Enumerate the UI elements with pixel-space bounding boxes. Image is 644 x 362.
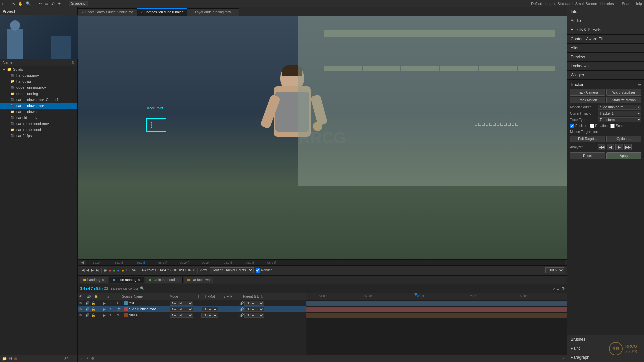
comp-close[interactable]: ✕ bbox=[140, 11, 143, 14]
layer-lock-1[interactable]: 🔒 bbox=[91, 301, 97, 305]
tab-effect-controls[interactable]: ✕ Effect Controls dude running.mo bbox=[78, 8, 137, 16]
layer-row-2[interactable]: 👁 🔊 🔒 ▶ 2 🎬 dude running.mov Normal bbox=[78, 306, 306, 312]
analyze-prev-button[interactable]: ◀ bbox=[607, 144, 614, 150]
ws-tab-learn[interactable]: Learn bbox=[545, 2, 555, 6]
rotation-checkbox[interactable] bbox=[590, 124, 594, 128]
list-item[interactable]: 🎬 dude running.mov bbox=[0, 84, 77, 90]
motion-source-dropdown-icon[interactable]: ▾ bbox=[638, 105, 640, 109]
layer-row-1[interactable]: 👁 🔊 🔒 ▶ 1 T text Normal bbox=[78, 300, 306, 306]
home-icon[interactable]: ⌂ bbox=[2, 1, 4, 6]
hand-tool-icon[interactable]: ✋ bbox=[18, 1, 23, 6]
layer-row-3[interactable]: 👁 🔊 🔒 ▶ 3 N Null 4 Normal bbox=[78, 312, 306, 318]
select-tool-icon[interactable]: ↖ bbox=[12, 1, 15, 6]
pen-tool-icon[interactable]: ✒ bbox=[39, 1, 42, 6]
effects-presets-section-header[interactable]: Effects & Presets bbox=[567, 25, 644, 35]
edit-target-button[interactable]: Edit Target... bbox=[570, 136, 605, 142]
options-button[interactable]: Options... bbox=[606, 136, 642, 142]
wiggler-section-header[interactable]: Wiggler bbox=[567, 71, 644, 80]
search-timeline-icon[interactable]: 🔍 bbox=[140, 286, 145, 291]
layer-trk-select-3[interactable]: None bbox=[201, 313, 218, 318]
new-folder-icon[interactable]: 📁 bbox=[2, 356, 7, 361]
search-help-input[interactable]: Search Help bbox=[622, 2, 642, 6]
sort-icon[interactable]: ⇅ bbox=[72, 60, 75, 65]
comp-tab-car-topdown[interactable]: car topdown bbox=[184, 277, 213, 283]
color-a-icon[interactable]: ■ bbox=[109, 268, 111, 273]
list-item[interactable]: 📁 dude running bbox=[0, 90, 77, 97]
comp-close-icon[interactable]: ✕ bbox=[102, 278, 104, 282]
stamp-tool-icon[interactable]: ✦ bbox=[58, 1, 61, 6]
layer-vis-2[interactable]: 👁 bbox=[79, 307, 85, 311]
track-type-dropdown-icon[interactable]: ▾ bbox=[638, 118, 640, 122]
render-checkbox[interactable] bbox=[256, 268, 260, 273]
ws-tab-standard[interactable]: Standard bbox=[557, 2, 573, 6]
current-time-display[interactable]: 14:47:55:23 bbox=[80, 286, 109, 291]
list-item[interactable]: 🎬 car side.mov bbox=[0, 115, 77, 121]
next-frame-icon[interactable]: ▶| bbox=[96, 268, 99, 273]
view-mode-select[interactable]: Motion Tracker Points bbox=[210, 267, 254, 273]
layer-audio-1[interactable]: 🔊 bbox=[85, 301, 91, 305]
audio-section-header[interactable]: Audio bbox=[567, 16, 644, 25]
analyze-forward-button[interactable]: ▶▶ bbox=[624, 144, 632, 150]
ws-tab-small-screen[interactable]: Small Screen bbox=[575, 2, 597, 6]
timeline-settings[interactable]: ⚙ bbox=[561, 286, 565, 291]
comp-active-close-icon[interactable]: ✕ bbox=[138, 278, 140, 282]
track-motion-button[interactable]: Track Motion bbox=[570, 97, 605, 103]
analyze-rewind-button[interactable]: ◀◀ bbox=[598, 144, 605, 150]
comp-tab-handbag[interactable]: handbag ✕ bbox=[80, 277, 108, 283]
zoom-tool-icon[interactable]: 🔍 bbox=[26, 1, 31, 6]
scale-checkbox-label[interactable]: Scale bbox=[610, 124, 624, 128]
preview-section-header[interactable]: Preview bbox=[567, 53, 644, 62]
timeline-ruler[interactable]: 52:24f 54:24f 56:24f 58:24f 00:24f 02:24… bbox=[86, 260, 565, 265]
layer-lock-3[interactable]: 🔒 bbox=[91, 313, 97, 317]
ws-tab-libraries[interactable]: Libraries bbox=[600, 2, 614, 6]
parent-select-3[interactable]: None bbox=[244, 313, 264, 318]
list-item[interactable]: 🎬 car in the hood.mov bbox=[0, 121, 77, 127]
layer-audio-2[interactable]: 🔊 bbox=[85, 307, 91, 311]
layer-mode-select-1[interactable]: Normal bbox=[170, 301, 193, 306]
rotation-checkbox-label[interactable]: Rotation bbox=[590, 124, 608, 128]
snapping-button[interactable]: Snapping bbox=[69, 1, 88, 6]
shape-tool-icon[interactable]: ▭ bbox=[45, 1, 48, 6]
layer-mode-select-3[interactable]: Normal bbox=[170, 313, 193, 318]
layer-lock-2[interactable]: 🔒 bbox=[91, 307, 97, 311]
reset-button[interactable]: Reset bbox=[570, 152, 605, 159]
color-d-icon[interactable]: ■ bbox=[122, 268, 124, 273]
track-point-box[interactable] bbox=[146, 118, 166, 132]
new-comp-icon[interactable]: 🎞 bbox=[8, 356, 12, 361]
ws-tab-default[interactable]: Default bbox=[531, 2, 543, 6]
list-item[interactable]: 🎬 handbag.mov bbox=[0, 72, 77, 78]
first-frame-icon[interactable]: |◀ bbox=[80, 268, 84, 273]
list-item[interactable]: 📁 car topdown bbox=[0, 109, 77, 115]
track-type-value[interactable]: Transform ▾ bbox=[598, 117, 641, 122]
color-b-icon[interactable]: ■ bbox=[113, 268, 115, 273]
timeline-home-icon[interactable]: ⌂ bbox=[553, 287, 555, 291]
info-section-header[interactable]: Info bbox=[567, 7, 644, 16]
list-item[interactable]: 🎬 car topdown.mp4 Comp 1 bbox=[0, 97, 77, 103]
list-item[interactable]: 📁 car in the hood bbox=[0, 127, 77, 133]
brush-tool-icon[interactable]: 🖌 bbox=[51, 1, 55, 6]
scale-checkbox[interactable] bbox=[610, 124, 615, 128]
list-item[interactable]: ▶ 📁 Solids bbox=[0, 66, 77, 72]
parent-select-1[interactable]: None bbox=[244, 301, 264, 306]
current-track-value[interactable]: Tracker 1 ▾ bbox=[598, 111, 641, 116]
content-aware-fill-header[interactable]: Content-Aware Fill bbox=[567, 35, 644, 44]
comp-tab-car-in-hood[interactable]: car in the hood ✕ bbox=[145, 277, 182, 283]
list-item-selected[interactable]: 🎬 car topdown.mp4 bbox=[0, 103, 77, 109]
switch-icon[interactable]: ⇄ bbox=[85, 356, 88, 361]
playhead[interactable] bbox=[416, 293, 416, 300]
tab-layer[interactable]: ☰ Layer dude running.mov ☰ bbox=[187, 8, 239, 16]
project-menu-icon[interactable]: ☰ bbox=[17, 9, 20, 13]
keyframe-area[interactable]: 54:03f 55:03f 56:03f 57:03f 58:03f bbox=[306, 293, 567, 355]
comp-hood-close-icon[interactable]: ✕ bbox=[176, 278, 179, 282]
stabilize-motion-button[interactable]: Stabilize Motion bbox=[606, 97, 642, 103]
play-icon[interactable]: ▶ bbox=[91, 268, 94, 273]
comp-tab-dude-running[interactable]: dude running ✕ bbox=[109, 277, 144, 283]
warp-stabilizer-button[interactable]: Warp Stabilizer bbox=[606, 89, 642, 96]
color-c-icon[interactable]: ■ bbox=[117, 268, 120, 273]
lockdown-section-header[interactable]: Lockdown bbox=[567, 62, 644, 71]
zoom-select[interactable]: 200% bbox=[545, 267, 564, 273]
motion-source-value[interactable]: dude running.m... ▾ bbox=[598, 105, 641, 110]
list-item[interactable]: 📁 handbag bbox=[0, 78, 77, 84]
triangle-icon[interactable]: △ bbox=[561, 356, 564, 361]
layer-tab-menu[interactable]: ☰ bbox=[232, 10, 235, 14]
